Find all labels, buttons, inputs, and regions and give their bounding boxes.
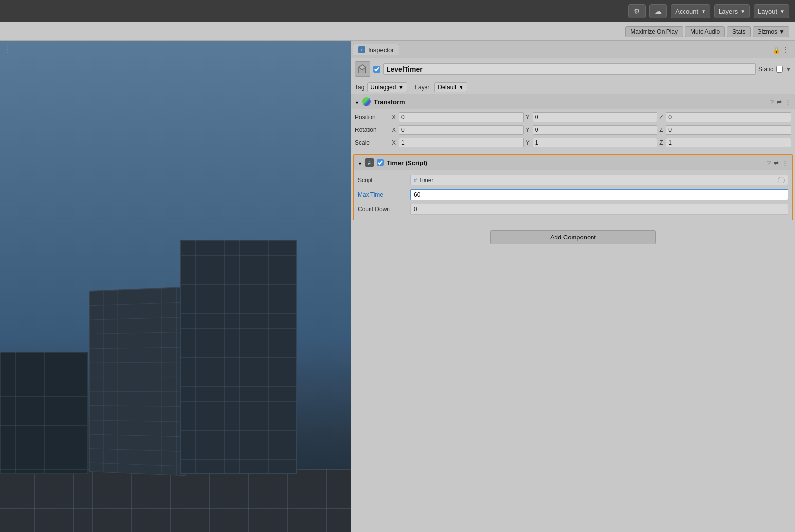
tag-chevron-icon: ▼ xyxy=(398,84,404,91)
gameobject-active-checkbox[interactable] xyxy=(373,66,380,73)
script-field-value: # Timer xyxy=(410,175,788,185)
cloud-icon-button[interactable]: ☁ xyxy=(649,4,667,18)
position-x-input[interactable] xyxy=(399,112,524,122)
inspector-tab-icon: i xyxy=(358,46,365,53)
timer-presets-icon[interactable]: ⇌ xyxy=(774,159,779,166)
layout-label: Layout xyxy=(758,8,777,15)
account-chevron-icon: ▼ xyxy=(701,9,706,14)
position-x-item: X xyxy=(392,112,524,122)
timer-script-actions: ? ⇌ ⋮ xyxy=(767,159,788,166)
transform-header[interactable]: Transform ? ⇌ ⋮ xyxy=(351,94,795,109)
timer-help-icon[interactable]: ? xyxy=(767,159,771,166)
scale-x-input[interactable] xyxy=(399,138,524,147)
add-component-button[interactable]: Add Component xyxy=(490,230,656,244)
scale-y-input[interactable] xyxy=(533,138,658,147)
position-y-letter: Y xyxy=(526,114,532,121)
inspector-content: Static ▼ Tag Untagged ▼ Layer Default ▼ xyxy=(351,58,795,532)
count-down-field-row: Count Down 0 xyxy=(358,202,788,217)
tag-dropdown[interactable]: Untagged ▼ xyxy=(367,82,407,92)
timer-script-section: # Timer (Script) ? ⇌ ⋮ Script # xyxy=(353,154,793,220)
scale-x-item: X xyxy=(392,138,524,147)
timer-script-title: Timer (Script) xyxy=(387,159,764,166)
tag-layer-row: Tag Untagged ▼ Layer Default ▼ xyxy=(351,80,795,94)
layer-value: Default xyxy=(438,84,456,91)
rotation-z-item: Z xyxy=(659,125,791,135)
timer-active-checkbox[interactable] xyxy=(377,159,384,166)
more-menu-icon[interactable]: ⋮ xyxy=(782,46,789,54)
layout-dropdown[interactable]: Layout ▼ xyxy=(754,4,789,18)
scene-canvas xyxy=(0,41,351,532)
tag-value: Untagged xyxy=(370,84,396,91)
scene-ground xyxy=(0,469,351,532)
transform-icon xyxy=(362,97,371,106)
count-down-value: 0 xyxy=(410,204,788,215)
layer-dropdown[interactable]: Default ▼ xyxy=(434,82,467,92)
script-hash-prefix: # xyxy=(414,177,417,183)
rotation-z-input[interactable] xyxy=(666,125,791,135)
settings-icon-button[interactable]: ⚙ xyxy=(628,4,646,18)
rotation-row: Rotation X Y Z xyxy=(355,124,791,136)
transform-collapse-icon xyxy=(355,98,359,106)
position-y-input[interactable] xyxy=(533,112,658,122)
position-z-input[interactable] xyxy=(666,112,791,122)
layout-chevron-icon: ▼ xyxy=(780,9,785,14)
script-field-label: Script xyxy=(358,177,407,183)
scene-toolbar: Maximize On Play Mute Audio Stats Gizmos… xyxy=(0,22,795,41)
inspector-tab-bar: i Inspector 🔒 ⋮ xyxy=(351,41,795,58)
static-dropdown-arrow[interactable]: ▼ xyxy=(786,66,791,72)
static-checkbox[interactable] xyxy=(776,66,783,73)
scene-box-left xyxy=(0,352,88,474)
rotation-x-item: X xyxy=(392,125,524,135)
top-bar: ⚙ ☁ Account ▼ Layers ▼ Layout ▼ xyxy=(0,0,795,22)
maximize-on-play-button[interactable]: Maximize On Play xyxy=(625,26,683,37)
transform-section: Transform ? ⇌ ⋮ Position X xyxy=(351,94,795,151)
scene-view: ⋮ xyxy=(0,41,351,532)
timer-collapse-icon xyxy=(358,159,362,166)
scale-row: Scale X Y Z xyxy=(355,136,791,149)
layers-label: Layers xyxy=(719,8,738,15)
stats-button[interactable]: Stats xyxy=(727,26,751,37)
timer-script-fields: Script # Timer Max Time xyxy=(354,170,792,220)
transform-presets-icon[interactable]: ⇌ xyxy=(777,98,782,106)
gameobject-name-input[interactable] xyxy=(383,63,756,75)
max-time-input[interactable] xyxy=(410,189,788,200)
max-time-field-row: Max Time xyxy=(358,187,788,202)
scale-z-item: Z xyxy=(659,138,791,147)
scale-z-letter: Z xyxy=(659,139,665,146)
scale-z-input[interactable] xyxy=(666,138,791,147)
script-picker-circle[interactable] xyxy=(778,177,785,183)
inspector-tab-actions: 🔒 ⋮ xyxy=(772,46,793,54)
rotation-y-letter: Y xyxy=(526,127,532,133)
script-field-row: Script # Timer xyxy=(358,173,788,187)
main-layout: ⋮ i Inspector xyxy=(0,41,795,532)
transform-more-icon[interactable]: ⋮ xyxy=(785,98,791,106)
position-label: Position xyxy=(355,114,389,121)
rotation-x-input[interactable] xyxy=(399,125,524,135)
layers-dropdown[interactable]: Layers ▼ xyxy=(714,4,750,18)
scale-label: Scale xyxy=(355,139,389,146)
rotation-y-input[interactable] xyxy=(533,125,658,135)
rotation-z-letter: Z xyxy=(659,127,665,133)
gizmos-dropdown[interactable]: Gizmos ▼ xyxy=(753,26,789,37)
scale-x-letter: X xyxy=(392,139,398,146)
settings-icon: ⚙ xyxy=(634,7,640,15)
lock-icon[interactable]: 🔒 xyxy=(772,46,780,54)
layer-chevron-icon: ▼ xyxy=(458,84,464,91)
count-down-label: Count Down xyxy=(358,206,407,213)
scene-box-center xyxy=(89,287,186,476)
account-dropdown[interactable]: Account ▼ xyxy=(671,4,710,18)
position-xyz: X Y Z xyxy=(392,112,791,122)
scale-y-item: Y xyxy=(526,138,658,147)
transform-help-icon[interactable]: ? xyxy=(770,98,774,106)
timer-script-header[interactable]: # Timer (Script) ? ⇌ ⋮ xyxy=(354,155,792,170)
inspector-tab-label: Inspector xyxy=(368,46,394,54)
ground-grid xyxy=(0,469,351,532)
inspector-tab[interactable]: i Inspector xyxy=(353,44,399,55)
layer-label: Layer xyxy=(415,84,429,91)
scale-xyz: X Y Z xyxy=(392,138,791,147)
mute-audio-button[interactable]: Mute Audio xyxy=(685,26,725,37)
transform-actions: ? ⇌ ⋮ xyxy=(770,98,791,106)
rotation-y-item: Y xyxy=(526,125,658,135)
timer-more-icon[interactable]: ⋮ xyxy=(782,159,788,166)
rotation-x-letter: X xyxy=(392,127,398,133)
